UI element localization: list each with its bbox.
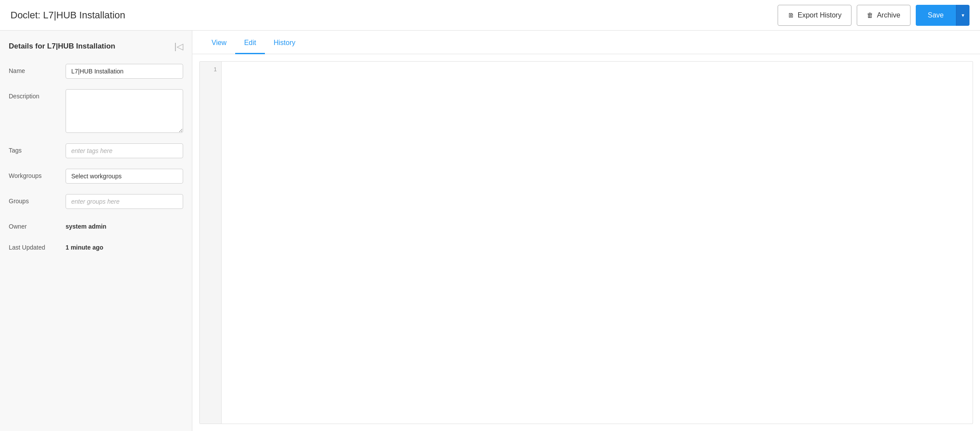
chevron-down-icon: ▾ bbox=[962, 12, 964, 18]
export-history-button[interactable]: 🗎 Export History bbox=[778, 5, 851, 26]
owner-value: system admin bbox=[66, 219, 183, 230]
workgroups-label: Workgroups bbox=[9, 169, 66, 179]
name-input[interactable] bbox=[66, 64, 183, 79]
groups-row: Groups bbox=[9, 194, 183, 209]
content-area: View Edit History 1 bbox=[192, 31, 980, 431]
save-button-group: Save ▾ bbox=[916, 5, 970, 26]
editor-content[interactable] bbox=[222, 62, 973, 424]
workgroups-input[interactable] bbox=[66, 169, 183, 184]
save-dropdown-button[interactable]: ▾ bbox=[956, 5, 970, 26]
page-title: Doclet: L7|HUB Installation bbox=[10, 10, 125, 21]
last-updated-value: 1 minute ago bbox=[66, 240, 183, 251]
archive-button[interactable]: 🗑 Archive bbox=[857, 5, 910, 26]
sidebar-header: Details for L7|HUB Installation |◁ bbox=[9, 41, 183, 52]
tabs-bar: View Edit History bbox=[192, 31, 980, 54]
tab-edit[interactable]: Edit bbox=[235, 33, 265, 54]
collapse-button[interactable]: |◁ bbox=[174, 41, 183, 52]
line-number-1: 1 bbox=[200, 65, 217, 74]
export-icon: 🗎 bbox=[788, 11, 794, 19]
archive-label: Archive bbox=[877, 11, 900, 19]
groups-input[interactable] bbox=[66, 194, 183, 209]
tags-input[interactable] bbox=[66, 143, 183, 158]
tab-history[interactable]: History bbox=[265, 33, 304, 54]
sidebar: Details for L7|HUB Installation |◁ Name … bbox=[0, 31, 192, 431]
line-numbers: 1 bbox=[200, 62, 222, 424]
archive-icon: 🗑 bbox=[867, 11, 873, 19]
tags-label: Tags bbox=[9, 143, 66, 154]
tags-row: Tags bbox=[9, 143, 183, 158]
editor-area: 1 bbox=[199, 61, 973, 424]
description-textarea[interactable] bbox=[66, 89, 183, 133]
main-layout: Details for L7|HUB Installation |◁ Name … bbox=[0, 31, 980, 431]
last-updated-label: Last Updated bbox=[9, 240, 66, 251]
description-row: Description bbox=[9, 89, 183, 133]
groups-label: Groups bbox=[9, 194, 66, 205]
name-label: Name bbox=[9, 64, 66, 74]
sidebar-title: Details for L7|HUB Installation bbox=[9, 42, 115, 51]
owner-label: Owner bbox=[9, 219, 66, 230]
workgroups-row: Workgroups bbox=[9, 169, 183, 184]
description-label: Description bbox=[9, 89, 66, 100]
owner-row: Owner system admin bbox=[9, 219, 183, 230]
last-updated-row: Last Updated 1 minute ago bbox=[9, 240, 183, 251]
top-bar-actions: 🗎 Export History 🗑 Archive Save ▾ bbox=[778, 5, 970, 26]
tab-view[interactable]: View bbox=[203, 33, 235, 54]
save-button[interactable]: Save bbox=[916, 5, 956, 26]
top-bar: Doclet: L7|HUB Installation 🗎 Export His… bbox=[0, 0, 980, 31]
name-row: Name bbox=[9, 64, 183, 79]
export-history-label: Export History bbox=[798, 11, 841, 19]
